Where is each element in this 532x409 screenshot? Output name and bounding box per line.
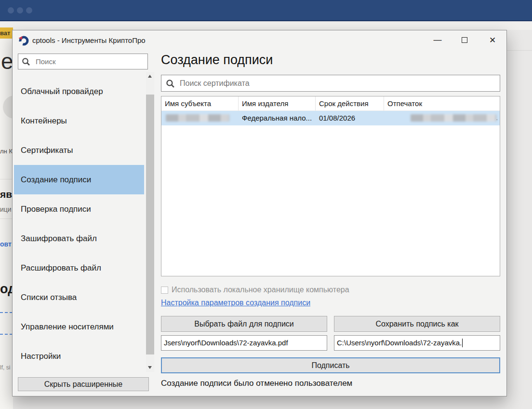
table-row-selected[interactable]: Федеральная нало... 01/08/2026 . bbox=[161, 111, 500, 125]
cryptopro-logo-icon bbox=[18, 35, 29, 46]
save-path-field[interactable]: C:\Users\nyorf\Downloads\72-zayavka. bbox=[334, 335, 500, 351]
background-yellow-button-fragment: ват bbox=[0, 27, 13, 39]
traffic-light-icon bbox=[8, 7, 14, 14]
maximize-icon bbox=[462, 37, 467, 43]
close-button[interactable]: ✕ bbox=[484, 32, 501, 48]
fingerprint-ellipsis: . bbox=[496, 111, 498, 125]
minimize-button[interactable]: — bbox=[429, 32, 446, 48]
window-title: cptools - Инструменты КриптоПро bbox=[32, 30, 146, 51]
background-text-fragment: од bbox=[0, 282, 13, 297]
save-signature-as-button[interactable]: Сохранить подпись как bbox=[334, 316, 500, 332]
cell-validity: 01/08/2026 bbox=[316, 111, 384, 125]
choose-file-button[interactable]: Выбрать файл для подписи bbox=[161, 316, 327, 332]
sign-button[interactable]: Подписать bbox=[161, 357, 500, 373]
certificate-table: Имя субъекта Имя издателя Срок действия … bbox=[161, 96, 500, 276]
column-header-issuer[interactable]: Имя издателя bbox=[239, 96, 316, 110]
cptools-window: cptools - Инструменты КриптоПро — ✕ Обла… bbox=[12, 30, 507, 396]
table-header: Имя субъекта Имя издателя Срок действия … bbox=[161, 96, 500, 111]
signature-settings-link[interactable]: Настройка параметров создания подписи bbox=[161, 299, 310, 307]
sidebar-scrollbar[interactable] bbox=[146, 72, 154, 372]
background-browser-titlebar bbox=[0, 0, 532, 21]
background-dashed-link-underline bbox=[0, 334, 13, 335]
redacted-subject bbox=[166, 114, 229, 122]
sidebar-item-settings[interactable]: Настройки bbox=[14, 341, 144, 371]
text-caret bbox=[462, 339, 463, 347]
sidebar-item-containers[interactable]: Контейнеры bbox=[14, 106, 144, 136]
background-divider bbox=[507, 50, 532, 51]
maximize-button[interactable] bbox=[456, 32, 473, 48]
screen: ват е лн К яв ици овт од lf, si cptools … bbox=[0, 0, 532, 409]
sidebar-item-media-management[interactable]: Управление носителями bbox=[14, 312, 144, 341]
cell-subject bbox=[161, 111, 239, 125]
redacted-fingerprint bbox=[411, 114, 496, 122]
scroll-down-icon[interactable] bbox=[148, 366, 152, 369]
background-text-fragment: lf, si bbox=[0, 364, 13, 371]
traffic-light-icon bbox=[26, 7, 32, 14]
sidebar-item-create-signature[interactable]: Создание подписи bbox=[14, 165, 144, 194]
column-header-validity[interactable]: Срок действия bbox=[316, 96, 384, 110]
background-toolbar-strip bbox=[0, 22, 532, 30]
window-titlebar[interactable]: cptools - Инструменты КриптоПро — ✕ bbox=[13, 30, 506, 51]
column-header-subject[interactable]: Имя субъекта bbox=[161, 96, 239, 110]
local-store-checkbox[interactable] bbox=[161, 286, 168, 294]
sidebar-item-encrypt-file[interactable]: Зашифровать файл bbox=[14, 224, 144, 253]
background-dashed-link-underline bbox=[0, 312, 13, 313]
column-header-fingerprint[interactable]: Отпечаток bbox=[384, 96, 500, 110]
background-link-fragment: овт bbox=[0, 240, 13, 248]
cell-fingerprint: . bbox=[384, 111, 500, 125]
background-divider bbox=[0, 218, 13, 219]
certificate-search-input[interactable] bbox=[161, 75, 500, 92]
file-path-value: Jsers\nyorf\Downloads\72-zayavka.pdf bbox=[164, 339, 288, 347]
sidebar-item-certificates[interactable]: Сертификаты bbox=[14, 136, 144, 165]
cell-issuer: Федеральная нало... bbox=[239, 111, 316, 125]
scroll-up-icon[interactable] bbox=[148, 75, 152, 78]
background-right-area bbox=[507, 30, 532, 409]
save-path-value: C:\Users\nyorf\Downloads\72-zayavka. bbox=[337, 339, 462, 347]
local-store-checkbox-row: Использовать локальное хранилище компьют… bbox=[161, 286, 349, 294]
traffic-light-icon bbox=[17, 7, 23, 14]
hide-advanced-button[interactable]: Скрыть расширенные bbox=[18, 377, 149, 391]
sidebar-search-input[interactable] bbox=[18, 54, 148, 69]
background-divider bbox=[0, 179, 13, 179]
page-title: Создание подписи bbox=[161, 53, 273, 68]
status-message: Создание подписи было отменено пользоват… bbox=[161, 379, 352, 388]
scrollbar-thumb[interactable] bbox=[146, 95, 154, 354]
background-text-fragment: лн К bbox=[0, 148, 13, 155]
local-store-checkbox-label: Использовать локальное хранилище компьют… bbox=[172, 286, 349, 294]
sidebar-item-verify-signature[interactable]: Проверка подписи bbox=[14, 194, 144, 224]
background-text-fragment: ици bbox=[0, 205, 13, 213]
sidebar-item-cloud-provider[interactable]: Облачный провайдер bbox=[14, 77, 144, 106]
background-page-strip bbox=[0, 30, 13, 409]
background-text-fragment: яв bbox=[0, 189, 13, 200]
sidebar-item-revocation-lists[interactable]: Списки отзыва bbox=[14, 283, 144, 312]
sidebar-item-decrypt-file[interactable]: Расшифровать файл bbox=[14, 253, 144, 283]
file-path-field[interactable]: Jsers\nyorf\Downloads\72-zayavka.pdf bbox=[161, 335, 327, 351]
